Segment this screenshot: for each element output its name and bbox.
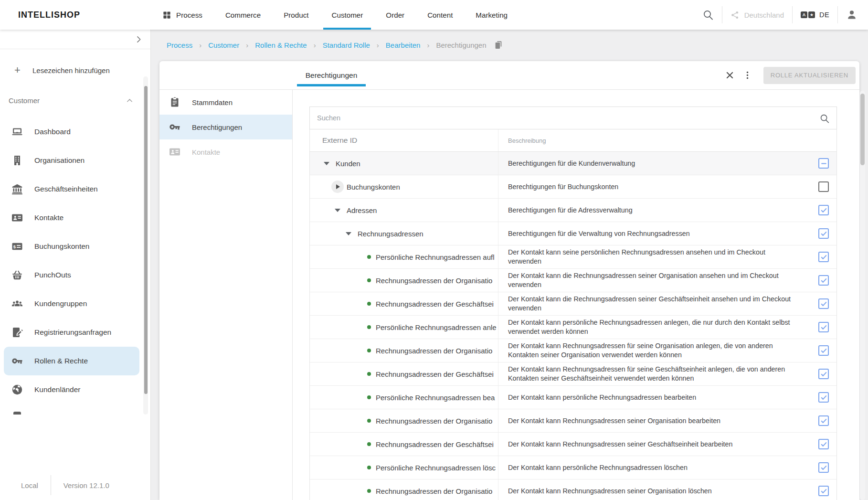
tree-row-pers-nliche-rechnungsadressen-l-sc: Persönliche Rechnungsadressen löscDer Ko… [310, 456, 836, 479]
sidebar-item-buchungskonten[interactable]: $Buchungskonten [4, 232, 139, 261]
permission-dot-icon [367, 395, 371, 399]
sidebar-section-label: Customer [9, 96, 40, 105]
sidebar-collapse-button[interactable] [135, 35, 143, 43]
expand-arrow-icon[interactable] [331, 181, 344, 193]
row-checkbox-checked[interactable] [818, 392, 829, 403]
sidebar-item-gesch-ftseinheiten[interactable]: Geschäftseinheiten [4, 175, 139, 203]
sidebar-item-registrierungsanfragen[interactable]: Registrierungsanfragen [4, 318, 139, 347]
detail-nav-stammdaten[interactable]: Stammdaten [159, 90, 292, 115]
permission-label: Rechnungsadressen der Organisatio [376, 347, 492, 355]
app-root: INTELLISHOP ProcessCommerceProductCustom… [0, 0, 868, 500]
sidebar-section-customer[interactable]: Customer [0, 90, 150, 111]
add-bookmark-button[interactable]: + Lesezeichen hinzufügen [0, 60, 150, 81]
copy-icon[interactable] [494, 41, 503, 49]
nav-item-process[interactable]: Process [162, 0, 202, 30]
share-icon [730, 11, 740, 20]
detail-nav-label: Berechtigungen [192, 123, 242, 131]
region-selector[interactable]: Deutschland [730, 11, 784, 20]
more-options-icon[interactable] [743, 71, 752, 80]
row-checkbox-checked[interactable] [818, 462, 829, 473]
sidebar-scrollbar-thumb[interactable] [144, 86, 148, 394]
tab-berechtigungen[interactable]: Berechtigungen [297, 61, 366, 89]
nav-item-label: Order [386, 11, 404, 19]
breadcrumb-link-bearbeiten[interactable]: Bearbeiten [386, 41, 421, 49]
breadcrumb-link-standard-rolle[interactable]: Standard Rolle [323, 41, 370, 49]
search-icon[interactable] [819, 113, 830, 124]
breadcrumb: Process›Customer›Rollen & Rechte›Standar… [167, 30, 503, 60]
breadcrumb-separator: › [427, 41, 429, 49]
detail-nav-berechtigungen[interactable]: Berechtigungen [159, 115, 292, 139]
nav-item-product[interactable]: Product [284, 0, 308, 30]
externe-id-cell: Persönliche Rechnungsadressen lösc [310, 456, 498, 479]
row-checkbox-checked[interactable] [818, 439, 829, 449]
permission-description: Der Kontakt kann die Rechnungsadressen s… [508, 295, 797, 313]
breadcrumb-link-rollen-rechte[interactable]: Rollen & Rechte [255, 41, 307, 49]
row-checkbox-checked[interactable] [818, 205, 829, 215]
version-label: Version 12.1.0 [64, 481, 109, 489]
permissions-tree: KundenBerechtigungen für die Kundenverwa… [310, 152, 836, 500]
permission-dot-icon [367, 255, 371, 259]
tree-row-pers-nliche-rechnungsadressen-anle: Persönliche Rechnungsadressen anleDer Ko… [310, 316, 836, 339]
row-checkbox-checked[interactable] [818, 252, 829, 262]
divider [51, 475, 51, 495]
sidebar-item-punchouts[interactable]: PunchOuts [4, 261, 139, 289]
row-checkbox-checked[interactable] [818, 228, 829, 239]
beschreibung-cell: Berechtigungen für die Adressverwaltung [498, 199, 836, 222]
nav-item-order[interactable]: Order [386, 0, 404, 30]
row-checkbox-checked[interactable] [818, 345, 829, 356]
language-selector[interactable]: A★ DE [801, 11, 829, 19]
update-role-button[interactable]: ROLLE AKTUALISIEREN [763, 67, 856, 84]
nav-item-customer[interactable]: Customer [331, 0, 363, 30]
tree-row-adressen: AdressenBerechtigungen für die Adressver… [310, 199, 836, 222]
environment-label: Local [21, 481, 38, 489]
sidebar-item-kontakte[interactable]: Kontakte [4, 203, 139, 232]
row-checkbox-checked[interactable] [818, 369, 829, 379]
row-checkbox-checked[interactable] [818, 298, 829, 309]
nav-item-label: Commerce [225, 11, 261, 19]
sidebar-scrollbar[interactable] [143, 76, 148, 415]
permission-dot-icon [367, 372, 371, 376]
sidebar-item-kundenl-nder[interactable]: Kundenländer [4, 375, 139, 404]
nav-item-content[interactable]: Content [427, 0, 453, 30]
sidebar-item-dashboard[interactable]: Dashboard [4, 117, 139, 146]
grid-icon [162, 11, 171, 20]
breadcrumb-link-customer[interactable]: Customer [208, 41, 239, 49]
row-checkbox-checked[interactable] [818, 275, 829, 286]
row-checkbox-checked[interactable] [818, 415, 829, 426]
sidebar-item-organisationen[interactable]: Organisationen [4, 146, 139, 175]
permission-label: Adressen [347, 206, 377, 214]
user-profile-icon[interactable] [846, 9, 857, 21]
permission-description: Berechtigungen für die Kundenverwaltung [508, 159, 635, 168]
row-checkbox-checked[interactable] [818, 322, 829, 332]
nav-item-label: Product [284, 11, 308, 19]
beschreibung-cell: Der Kontakt kann persönliche Rechnungsad… [498, 456, 836, 479]
close-icon[interactable] [725, 71, 734, 80]
row-checkbox-unchecked[interactable] [818, 181, 829, 192]
nav-item-commerce[interactable]: Commerce [225, 0, 261, 30]
card-body: StammdatenBerechtigungenKontakte Externe… [159, 90, 859, 500]
main-scrollbar[interactable] [860, 91, 865, 500]
permission-label: Kunden [336, 160, 360, 168]
sidebar-item-kundengruppen[interactable]: Kundengruppen [4, 289, 139, 318]
row-checkbox-checked[interactable] [818, 486, 829, 496]
externe-id-cell: Rechnungsadressen der Organisatio [310, 479, 498, 500]
collapse-arrow-icon[interactable] [343, 232, 354, 235]
tree-row-kunden: KundenBerechtigungen für die Kundenverwa… [310, 152, 836, 175]
collapse-arrow-icon[interactable] [321, 162, 332, 165]
beschreibung-cell: Berechtigungen für Buchungskonten [498, 175, 836, 198]
search-icon[interactable] [702, 9, 714, 21]
search-input[interactable] [310, 107, 836, 129]
permission-description: Der Kontakt kann persönliche Rechnungsad… [508, 463, 688, 472]
permission-description: Der Kontakt kann persönliche Rechnungsad… [508, 318, 797, 336]
contact-card-icon [11, 212, 23, 223]
main-scrollbar-thumb[interactable] [860, 94, 865, 165]
permission-label: Persönliche Rechnungsadressen lösc [376, 464, 496, 472]
nav-item-label: Marketing [476, 11, 508, 19]
breadcrumb-link-process[interactable]: Process [167, 41, 192, 49]
permission-dot-icon [367, 419, 371, 423]
nav-item-marketing[interactable]: Marketing [476, 0, 508, 30]
sidebar-item-rollen-rechte[interactable]: Rollen & Rechte [4, 347, 139, 375]
permission-dot-icon [367, 349, 371, 352]
collapse-arrow-icon[interactable] [332, 209, 343, 212]
row-checkbox-indeterminate[interactable] [818, 158, 829, 169]
